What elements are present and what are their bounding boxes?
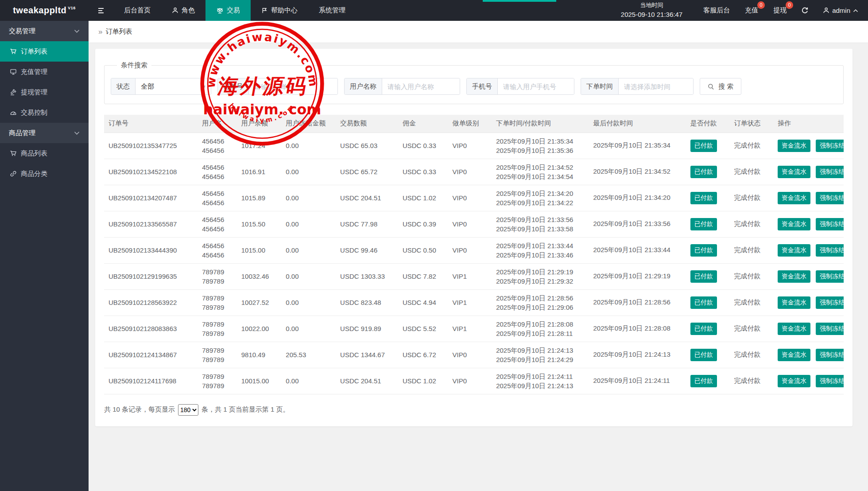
order-time-input[interactable] — [619, 78, 693, 94]
sidebar-group-trade-management[interactable]: 交易管理 — [0, 21, 89, 41]
sidebar-toggle-button[interactable] — [89, 0, 113, 21]
search-button[interactable]: 搜 索 — [700, 78, 741, 95]
cell-actions: 资金流水 强制冻结 — [773, 132, 844, 159]
cell-last-pay-time: 2025年09月10日 21:29:19 — [589, 263, 686, 289]
force-freeze-button[interactable]: 强制冻结 — [816, 349, 844, 361]
cell-balance: 10032.46 — [237, 263, 282, 289]
withdraw-link[interactable]: 提现 0 — [766, 0, 794, 21]
sidebar-item-withdraw-management[interactable]: 提现管理 — [0, 82, 89, 102]
sidebar-item-recharge-management[interactable]: 充值管理 — [0, 62, 89, 82]
order-no-input[interactable] — [249, 78, 337, 94]
force-freeze-button[interactable]: 强制冻结 — [816, 218, 844, 230]
force-freeze-button[interactable]: 强制冻结 — [816, 140, 844, 152]
fund-flow-button[interactable]: 资金流水 — [778, 140, 810, 152]
recharge-link[interactable]: 充值 0 — [737, 0, 766, 21]
cell-level: VIP0 — [448, 185, 492, 211]
col-amount: 交易数额 — [336, 115, 398, 132]
col-actions: 操作 — [773, 115, 844, 132]
cell-commission: USDC 5.52 — [398, 316, 448, 342]
force-freeze-button[interactable]: 强制冻结 — [816, 244, 844, 257]
cell-actions: 资金流水 强制冻结 — [773, 159, 844, 185]
sidebar-item-product-category[interactable]: 商品分类 — [0, 164, 89, 184]
force-freeze-button[interactable]: 强制冻结 — [816, 166, 844, 178]
paid-status-badge: 已付款 — [690, 140, 717, 152]
cell-username: 456456 456456 — [198, 185, 237, 211]
sidebar-group-product-management[interactable]: 商品管理 — [0, 123, 89, 143]
col-username: 用户名 — [198, 115, 237, 132]
fund-flow-button[interactable]: 资金流水 — [778, 218, 810, 230]
sidebar-item-product-list[interactable]: 商品列表 — [0, 143, 89, 164]
username-line: 456456 — [202, 224, 232, 234]
fund-flow-button[interactable]: 资金流水 — [778, 296, 810, 309]
cell-username: 456456 456456 — [198, 132, 237, 159]
order-time: 2025年09月10日 21:33:44 — [496, 241, 584, 250]
cell-username: 789789 789789 — [198, 342, 237, 368]
sidebar-group-label: 交易管理 — [9, 27, 35, 35]
fund-flow-button[interactable]: 资金流水 — [778, 375, 810, 387]
force-freeze-button[interactable]: 强制冻结 — [816, 270, 844, 283]
sidebar-item-order-list[interactable]: 订单列表 — [0, 41, 89, 62]
force-freeze-button[interactable]: 强制冻结 — [816, 192, 844, 204]
force-freeze-button[interactable]: 强制冻结 — [816, 323, 844, 335]
cell-actions: 资金流水 强制冻结 — [773, 237, 844, 263]
cell-frozen: 0.00 — [281, 185, 336, 211]
cell-level: VIP0 — [448, 132, 492, 159]
cell-status: 完成付款 — [729, 316, 773, 342]
cell-frozen: 0.00 — [281, 132, 336, 159]
cell-order-no: UB2509102129199635 — [104, 263, 198, 289]
table-row: UB2509102133444390 456456 456456 1015.00… — [104, 237, 844, 263]
cell-username: 456456 456456 — [198, 237, 237, 263]
top-navbar: tweakappltdV16 后台首页 角色 交易 帮助中心 系统管理 当地时间… — [0, 0, 868, 21]
cell-order-no: UB2509102128083863 — [104, 316, 198, 342]
per-page-select[interactable]: 180 — [178, 404, 198, 416]
admin-menu[interactable]: admin — [816, 0, 868, 21]
app-logo-text: tweakappltd — [13, 5, 66, 16]
nav-item-role[interactable]: 角色 — [161, 0, 205, 21]
cell-username: 456456 456456 — [198, 211, 237, 237]
cell-status: 完成付款 — [729, 159, 773, 185]
hamburger-icon — [97, 7, 105, 14]
cell-paid: 已付款 — [686, 368, 730, 394]
phone-input[interactable] — [498, 78, 574, 94]
cell-frozen: 0.00 — [281, 237, 336, 263]
refresh-button[interactable] — [794, 0, 816, 21]
force-freeze-button[interactable]: 强制冻结 — [816, 375, 844, 387]
nav-item-home[interactable]: 后台首页 — [113, 0, 161, 21]
cell-last-pay-time: 2025年09月10日 21:33:44 — [589, 237, 686, 263]
sidebar-item-trade-control[interactable]: 交易控制 — [0, 102, 89, 123]
cell-order-pay-time: 2025年09月10日 21:33:44 2025年09月10日 21:33:4… — [492, 237, 589, 263]
chevron-up-icon — [853, 9, 858, 12]
status-select[interactable]: 全部 ▼ — [136, 78, 211, 94]
cell-amount: USDC 1344.67 — [336, 342, 398, 368]
force-freeze-button[interactable]: 强制冻结 — [816, 296, 844, 309]
fund-flow-button[interactable]: 资金流水 — [778, 270, 810, 283]
nav-item-system[interactable]: 系统管理 — [308, 0, 356, 21]
order-time: 2025年09月10日 21:28:56 — [496, 293, 584, 303]
cell-amount: USDC 204.51 — [336, 185, 398, 211]
service-backend-link[interactable]: 客服后台 — [696, 0, 737, 21]
cell-paid: 已付款 — [686, 342, 730, 368]
user-icon — [823, 7, 829, 14]
pay-time: 2025年09月10日 21:28:11 — [496, 329, 584, 338]
username-input[interactable] — [382, 78, 460, 94]
fund-flow-button[interactable]: 资金流水 — [778, 166, 810, 178]
cell-order-no: UB2509102135347725 — [104, 132, 198, 159]
nav-item-help[interactable]: 帮助中心 — [251, 0, 308, 21]
username-line: 456456 — [202, 136, 232, 146]
nav-item-trade[interactable]: 交易 — [205, 0, 251, 21]
fund-flow-button[interactable]: 资金流水 — [778, 244, 810, 257]
pay-time: 2025年09月10日 21:33:58 — [496, 224, 584, 234]
cell-balance: 1015.00 — [237, 237, 282, 263]
fund-flow-button[interactable]: 资金流水 — [778, 192, 810, 204]
fund-flow-button[interactable]: 资金流水 — [778, 323, 810, 335]
cell-balance: 10027.52 — [237, 289, 282, 316]
cell-commission: USDC 1.02 — [398, 185, 448, 211]
cell-level: VIP0 — [448, 211, 492, 237]
cell-balance: 1015.50 — [237, 211, 282, 237]
order-time: 2025年09月10日 21:24:13 — [496, 346, 584, 355]
main-area: » 订单列表 条件搜索 状态 全部 ▼ 订单号 用户名称 — [89, 21, 868, 426]
fund-flow-button[interactable]: 资金流水 — [778, 349, 810, 361]
cell-last-pay-time: 2025年09月10日 21:33:56 — [589, 211, 686, 237]
order-no-filter: 订单号 — [217, 78, 338, 95]
cell-last-pay-time: 2025年09月10日 21:24:13 — [589, 342, 686, 368]
